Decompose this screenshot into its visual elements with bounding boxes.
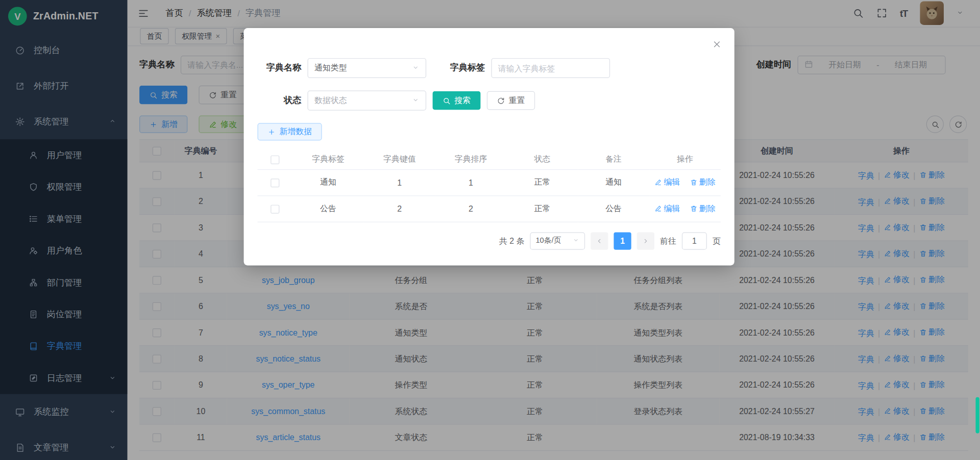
goto-label: 前往 [660, 235, 676, 246]
dict-label-cell: 公告 [292, 195, 364, 221]
dialog-search-button[interactable]: 搜索 [432, 91, 480, 110]
chevron-down-icon [573, 236, 579, 245]
trash-icon [690, 178, 697, 186]
next-page-button[interactable] [637, 232, 654, 249]
pagination: 共 2 条 10条/页 1 前往 页 [257, 232, 720, 249]
dialog-dict-label-label: 字典标签 [441, 62, 485, 73]
scrollbar-thumb[interactable] [975, 397, 979, 433]
plus-icon [267, 127, 276, 136]
row-delete-link[interactable]: 删除 [690, 177, 715, 188]
dict-sort-cell: 1 [435, 169, 507, 195]
dialog-status-label: 状态 [257, 95, 301, 106]
dialog-table-row: 公告22正常公告 编辑 删除 [257, 195, 720, 221]
dict-data-table-body: 通知11正常通知 编辑 删除公告22正常公告 编辑 删除 [257, 169, 720, 222]
status-select-placeholder: 数据状态 [314, 95, 347, 106]
column-header: 操作 [649, 149, 721, 169]
pagination-total: 共 2 条 [499, 235, 525, 246]
goto-suffix: 页 [713, 235, 721, 246]
column-header: 字典标签 [292, 149, 364, 169]
column-header: 字典键值 [364, 149, 435, 169]
status-cell: 正常 [506, 195, 578, 221]
app-window: V ZrAdmin.NET 控制台 外部打开 系统管理 用户管理 [0, 0, 980, 460]
page-size-select[interactable]: 10条/页 [530, 232, 585, 249]
chevron-right-icon [642, 237, 650, 245]
search-icon [443, 96, 451, 105]
close-icon [712, 39, 722, 49]
dict-data-dialog: 字典名称 通知类型 字典标签 状态 数据状态 搜索 [244, 28, 734, 265]
ops-cell: 编辑 删除 [649, 195, 721, 221]
chevron-down-icon [412, 96, 420, 105]
row-delete-link[interactable]: 删除 [690, 203, 715, 214]
chevron-left-icon [596, 237, 603, 245]
dict-name-select-value: 通知类型 [314, 62, 347, 73]
ops-cell: 编辑 删除 [649, 169, 721, 195]
dict-label-cell: 通知 [292, 169, 364, 195]
refresh-icon [497, 96, 505, 105]
row-edit-link[interactable]: 编辑 [654, 203, 680, 214]
column-header: 状态 [506, 149, 578, 169]
prev-page-button[interactable] [591, 232, 608, 249]
chevron-down-icon [412, 63, 420, 72]
page-1-button[interactable]: 1 [614, 232, 631, 249]
add-data-button[interactable]: 新增数据 [257, 123, 322, 140]
remark-cell: 公告 [578, 195, 649, 221]
column-header: 备注 [578, 149, 649, 169]
dict-label-input[interactable] [491, 58, 610, 78]
page-size-value: 10条/页 [535, 236, 561, 246]
dialog-dict-name-label: 字典名称 [257, 62, 301, 73]
dict-name-select[interactable]: 通知类型 [307, 58, 426, 78]
status-select[interactable]: 数据状态 [307, 91, 426, 111]
goto-page-input[interactable] [682, 232, 707, 249]
status-cell: 正常 [506, 169, 578, 195]
row-edit-link[interactable]: 编辑 [654, 177, 680, 188]
row-checkbox[interactable] [271, 178, 279, 187]
dict-data-table: 字典标签 字典键值 字典排序 状态 备注 操作 通知11正常通知 编辑 删除公告… [257, 149, 720, 222]
column-header: 字典排序 [435, 149, 507, 169]
dialog-reset-button[interactable]: 重置 [487, 91, 535, 110]
row-checkbox[interactable] [271, 205, 279, 213]
dialog-select-all-checkbox[interactable] [271, 155, 279, 164]
dict-value-cell: 2 [364, 195, 435, 221]
trash-icon [690, 205, 697, 213]
dialog-table-header-row: 字典标签 字典键值 字典排序 状态 备注 操作 [257, 149, 720, 169]
dialog-table-row: 通知11正常通知 编辑 删除 [257, 169, 720, 195]
pencil-icon [654, 178, 662, 186]
dict-value-cell: 1 [364, 169, 435, 195]
dialog-close-button[interactable] [712, 39, 722, 51]
dialog-filter-form: 字典名称 通知类型 字典标签 状态 数据状态 搜索 [257, 58, 720, 111]
remark-cell: 通知 [578, 169, 649, 195]
pencil-icon [654, 205, 662, 213]
dict-sort-cell: 2 [435, 195, 507, 221]
